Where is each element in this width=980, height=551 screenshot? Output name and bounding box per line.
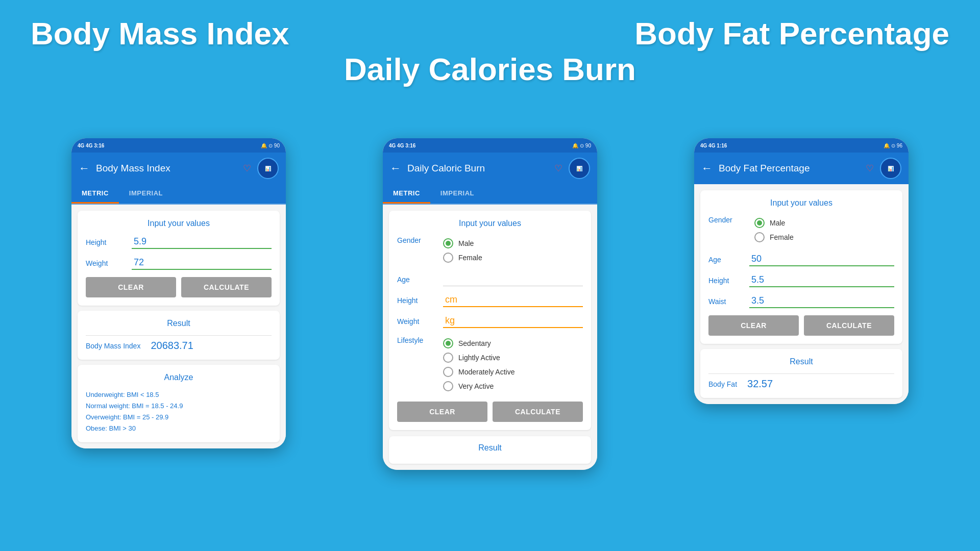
calorie-female-radio[interactable] xyxy=(443,253,453,263)
bmi-weight-field: Weight xyxy=(86,256,272,270)
calorie-calculate-button[interactable]: CALCULATE xyxy=(493,402,583,422)
bmi-result-label: Body Mass Index xyxy=(86,342,140,350)
bmi-toolbar-title: Body Mass Index xyxy=(96,163,237,174)
calorie-lifestyle-options: Sedentary Lightly Active Moderately Acti… xyxy=(443,338,515,391)
calorie-gender-male[interactable]: Male xyxy=(443,238,482,248)
bodyfat-female-radio[interactable] xyxy=(754,232,765,242)
calorie-lifestyle-label: Lifestyle xyxy=(397,335,438,344)
calorie-input-title: Input your values xyxy=(397,219,583,228)
bodyfat-avatar: 📊 xyxy=(880,158,901,179)
bmi-result-card: Result Body Mass Index 20683.71 xyxy=(78,311,280,360)
bmi-phone: 4G 4G 3:16 🔔 ⊙ 90 ← Body Mass Index ♡ 📊 … xyxy=(71,138,286,448)
calorie-moderately-radio[interactable] xyxy=(443,367,453,377)
bmi-tab-metric[interactable]: METRIC xyxy=(71,184,119,204)
analyze-line-1: Underweight: BMI < 18.5 xyxy=(86,389,272,400)
bodyfat-gender-label: Gender xyxy=(708,215,749,224)
bmi-content: Input your values Height Weight CLEAR CA… xyxy=(71,205,286,448)
calorie-result-partial: Result xyxy=(389,436,591,464)
calorie-age-field: Age xyxy=(397,273,583,286)
bmi-result-value: 20683.71 xyxy=(151,340,193,352)
bodyfat-btn-row: CLEAR CALCULATE xyxy=(708,315,894,336)
bmi-back-icon[interactable]: ← xyxy=(79,162,90,175)
bmi-input-card: Input your values Height Weight CLEAR CA… xyxy=(78,211,280,306)
calorie-age-input[interactable] xyxy=(443,273,583,286)
bodyfat-waist-input[interactable] xyxy=(749,294,894,308)
bodyfat-age-input[interactable] xyxy=(749,253,894,266)
calorie-female-label: Female xyxy=(458,254,482,262)
bodyfat-heart-icon: ♡ xyxy=(866,163,874,174)
calorie-status-left: 4G 4G 3:16 xyxy=(389,143,415,148)
calorie-content: Input your values Gender Male Female xyxy=(383,205,597,470)
calorie-avatar: 📊 xyxy=(569,158,590,179)
calorie-moderately-label: Moderately Active xyxy=(458,368,515,376)
bodyfat-toolbar-title: Body Fat Percentage xyxy=(719,163,860,174)
calorie-result-title: Result xyxy=(397,443,583,453)
calorie-lifestyle-row: Lifestyle Sedentary Lightly Active Mo xyxy=(397,335,583,394)
bodyfat-age-field: Age xyxy=(708,253,894,266)
calorie-sedentary-radio[interactable] xyxy=(443,338,453,348)
bodyfat-toolbar: ← Body Fat Percentage ♡ 📊 xyxy=(694,153,909,184)
bodyfat-calculate-button[interactable]: CALCULATE xyxy=(804,315,894,336)
calorie-height-input[interactable] xyxy=(443,293,583,307)
calorie-height-label: Height xyxy=(397,296,438,305)
bodyfat-clear-button[interactable]: CLEAR xyxy=(708,315,799,336)
bmi-height-field: Height xyxy=(86,235,272,249)
bmi-clear-button[interactable]: CLEAR xyxy=(86,277,176,297)
calorie-moderately-active[interactable]: Moderately Active xyxy=(443,367,515,377)
bodyfat-result-card: Result Body Fat 32.57 xyxy=(700,349,902,398)
bodyfat-result-title: Result xyxy=(708,357,894,366)
calorie-toolbar-title: Daily Caloric Burn xyxy=(407,163,548,174)
bodyfat-gender-male[interactable]: Male xyxy=(754,218,794,228)
bodyfat-gender-row: Gender Male Female xyxy=(708,215,894,245)
bodyfat-status-bar: 4G 4G 1:16 🔔 ⊙ 96 xyxy=(694,138,909,153)
bodyfat-female-label: Female xyxy=(770,233,794,241)
calorie-very-label: Very Active xyxy=(458,382,494,390)
calorie-lightly-active[interactable]: Lightly Active xyxy=(443,353,515,363)
bodyfat-result-divider xyxy=(708,373,894,374)
calorie-status-right: 🔔 ⊙ 90 xyxy=(572,143,591,148)
calorie-clear-button[interactable]: CLEAR xyxy=(397,402,487,422)
calorie-toolbar: ← Daily Caloric Burn ♡ 📊 xyxy=(383,153,597,184)
bmi-avatar: 📊 xyxy=(257,158,279,179)
bodyfat-gender-female[interactable]: Female xyxy=(754,232,794,242)
calorie-very-active[interactable]: Very Active xyxy=(443,381,515,391)
calorie-tab-metric[interactable]: METRIC xyxy=(383,184,430,204)
calorie-very-radio[interactable] xyxy=(443,381,453,391)
bmi-tab-imperial[interactable]: IMPERIAL xyxy=(119,184,173,204)
bmi-calculate-button[interactable]: CALCULATE xyxy=(181,277,272,297)
calorie-back-icon[interactable]: ← xyxy=(390,162,401,175)
bmi-status-right: 🔔 ⊙ 90 xyxy=(261,143,280,148)
calorie-gender-female[interactable]: Female xyxy=(443,253,482,263)
calorie-lightly-label: Lightly Active xyxy=(458,354,500,362)
bmi-status-bar: 4G 4G 3:16 🔔 ⊙ 90 xyxy=(71,138,286,153)
analyze-line-3: Overweight: BMI = 25 - 29.9 xyxy=(86,412,272,423)
bodyfat-status-right: 🔔 ⊙ 96 xyxy=(884,143,902,148)
bmi-result-title: Result xyxy=(86,319,272,328)
bmi-input-title: Input your values xyxy=(86,219,272,228)
bodyfat-age-label: Age xyxy=(708,256,744,264)
calorie-male-radio[interactable] xyxy=(443,238,453,248)
bmi-title: Body Mass Index xyxy=(31,15,289,52)
bmi-result-field: Body Mass Index 20683.71 xyxy=(86,340,272,352)
calorie-lightly-radio[interactable] xyxy=(443,353,453,363)
calorie-weight-field: Weight xyxy=(397,314,583,328)
bodyfat-result-value: 32.57 xyxy=(747,378,773,390)
bodyfat-male-radio[interactable] xyxy=(754,218,765,228)
calorie-male-label: Male xyxy=(458,239,474,247)
calorie-sedentary[interactable]: Sedentary xyxy=(443,338,515,348)
bodyfat-height-input[interactable] xyxy=(749,273,894,287)
bmi-height-input[interactable] xyxy=(132,235,272,249)
bodyfat-title: Body Fat Percentage xyxy=(634,15,949,52)
bmi-heart-icon: ♡ xyxy=(243,163,251,174)
bodyfat-status-left: 4G 4G 1:16 xyxy=(700,143,727,148)
calorie-title: Daily Calories Burn xyxy=(344,51,636,87)
calorie-weight-input[interactable] xyxy=(443,314,583,328)
calorie-btn-row: CLEAR CALCULATE xyxy=(397,402,583,422)
calorie-tab-imperial[interactable]: IMPERIAL xyxy=(430,184,484,204)
bodyfat-back-icon[interactable]: ← xyxy=(701,162,713,175)
bmi-weight-input[interactable] xyxy=(132,256,272,270)
calorie-sedentary-label: Sedentary xyxy=(458,339,491,347)
analyze-line-2: Normal weight: BMI = 18.5 - 24.9 xyxy=(86,400,272,412)
bodyfat-height-label: Height xyxy=(708,277,744,285)
bodyfat-content: Input your values Gender Male Female xyxy=(694,184,909,404)
